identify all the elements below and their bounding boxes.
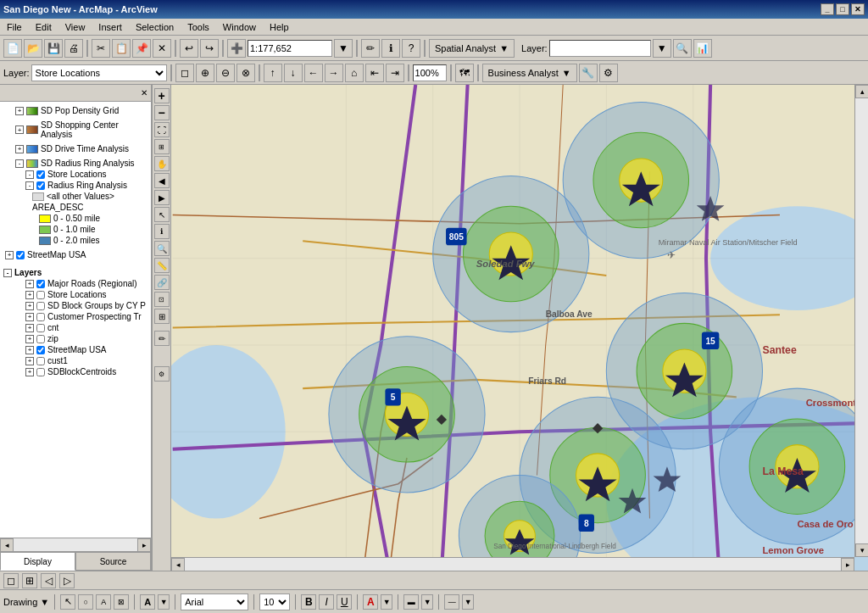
expand-sdblock[interactable]: + — [25, 368, 34, 376]
menu-tools[interactable]: Tools — [184, 20, 213, 34]
expand-radius-ring-child[interactable]: - — [25, 181, 34, 190]
spatial-analyst-dropdown[interactable]: Spatial Analyst ▼ — [429, 39, 515, 58]
select-btn4[interactable]: ⊗ — [236, 64, 255, 82]
select-btn3[interactable]: ⊖ — [216, 64, 235, 82]
scroll-up-btn[interactable]: ▴ — [855, 85, 868, 98]
zoom-out-btn[interactable]: − — [154, 105, 170, 120]
checkbox-sdblock[interactable] — [36, 368, 45, 376]
map-status-btn1[interactable]: ◻ — [3, 573, 19, 588]
checkbox-layers-store[interactable] — [36, 291, 45, 299]
draw-cursor[interactable]: ↖ — [60, 594, 75, 610]
checkbox-streetmap[interactable] — [16, 251, 25, 259]
line-color-btn[interactable]: — — [444, 594, 459, 610]
draw-btn2[interactable]: A — [96, 594, 111, 610]
expand-streetmap[interactable]: + — [5, 251, 14, 259]
expand-streetmap-layers[interactable]: + — [25, 346, 34, 354]
menu-edit[interactable]: Edit — [32, 20, 55, 34]
checkbox-major-roads[interactable] — [36, 280, 45, 288]
select-features-btn[interactable]: ↖ — [154, 207, 170, 222]
expand-zip[interactable]: + — [25, 335, 34, 343]
back-btn[interactable]: ◀ — [154, 173, 170, 188]
nav-btn7[interactable]: ⇥ — [386, 64, 404, 82]
draw-btn3[interactable]: ⊠ — [114, 594, 129, 610]
checkbox-block-groups[interactable] — [36, 302, 45, 310]
toc-scroll-right[interactable]: ▸ — [137, 538, 151, 552]
hyperlink-btn[interactable]: 🔗 — [154, 275, 170, 290]
font-name-select[interactable]: Arial — [181, 593, 248, 610]
zoom-input[interactable] — [413, 64, 447, 81]
text-color-arrow2[interactable]: ▼ — [381, 594, 392, 610]
checkbox-radius-ring-child[interactable] — [36, 181, 45, 190]
identify-btn[interactable]: ℹ — [154, 224, 170, 239]
paste-button[interactable]: 📌 — [132, 39, 151, 58]
overview-btn[interactable]: 🗺 — [455, 64, 474, 82]
expand-layers-store[interactable]: + — [25, 291, 34, 299]
menu-help[interactable]: Help — [266, 20, 292, 34]
map-status-btn4[interactable]: ▷ — [59, 573, 75, 588]
zoom-in-btn[interactable]: + — [154, 88, 170, 103]
italic-button[interactable]: I — [319, 594, 334, 610]
close-button[interactable]: ✕ — [851, 3, 865, 15]
nav-btn6[interactable]: ⇤ — [365, 64, 384, 82]
font-selector[interactable]: A — [140, 594, 155, 610]
minimize-button[interactable]: _ — [821, 3, 834, 15]
map-viewport[interactable]: 805 5 8 15 Soledad Fwy Balboa Ave Friars… — [171, 85, 868, 571]
tab-source[interactable]: Source — [75, 552, 151, 571]
help-tool[interactable]: ? — [402, 39, 420, 58]
expand-cust1[interactable]: + — [25, 357, 34, 365]
data-frame-btn[interactable]: ⊡ — [154, 292, 170, 307]
business-analyst-dropdown[interactable]: Business Analyst ▼ — [482, 64, 577, 82]
underline-button[interactable]: U — [337, 594, 352, 610]
expand-store-locations[interactable]: - — [25, 170, 34, 179]
scroll-h-track[interactable] — [185, 558, 841, 571]
layer2-select[interactable]: Store Locations — [31, 64, 167, 81]
menu-insert[interactable]: Insert — [95, 20, 125, 34]
pan-btn[interactable]: ✋ — [154, 156, 170, 171]
zoom-full-btn[interactable]: ⛶ — [154, 122, 170, 137]
add-data-button[interactable]: ➕ — [227, 39, 246, 58]
edit-tool[interactable]: ✏ — [361, 39, 380, 58]
bold-button[interactable]: B — [301, 594, 316, 610]
expand-block-groups[interactable]: + — [25, 302, 34, 310]
undo-button[interactable]: ↩ — [180, 39, 198, 58]
nav-btn1[interactable]: ↑ — [264, 64, 282, 82]
new-button[interactable]: 📄 — [3, 39, 22, 58]
identify-tool[interactable]: ℹ — [381, 39, 400, 58]
window-controls[interactable]: _ □ ✕ — [821, 3, 865, 15]
font-size-select[interactable]: 10 — [259, 593, 290, 610]
checkbox-cust1[interactable] — [36, 357, 45, 365]
expand-layers[interactable]: - — [3, 269, 12, 277]
menu-file[interactable]: File — [3, 20, 25, 34]
scale-input[interactable]: 1:177,652 — [248, 40, 332, 57]
checkbox-store-locations[interactable] — [36, 170, 45, 179]
layer-input[interactable] — [549, 40, 651, 57]
menu-window[interactable]: Window — [220, 20, 259, 34]
expand-customer-prospecting[interactable]: + — [25, 313, 34, 321]
text-color-btn[interactable]: A — [363, 594, 378, 610]
checkbox-streetmap-layers[interactable] — [36, 346, 45, 354]
menu-view[interactable]: View — [62, 20, 89, 34]
map-status-btn2[interactable]: ⊞ — [22, 573, 37, 588]
checkbox-cnt[interactable] — [36, 324, 45, 332]
fill-color-btn[interactable]: ▬ — [403, 594, 419, 610]
ba-tool1[interactable]: 🔧 — [579, 64, 598, 82]
draw-btn1[interactable]: ○ — [78, 594, 93, 610]
ba-tool2[interactable]: ⚙ — [599, 64, 618, 82]
layer-tool1[interactable]: 🔍 — [673, 39, 692, 58]
cut-button[interactable]: ✂ — [92, 39, 110, 58]
toc-scroll-left[interactable]: ◂ — [0, 538, 14, 552]
checkbox-customer-prospecting[interactable] — [36, 313, 45, 321]
scroll-left-btn[interactable]: ◂ — [171, 558, 185, 571]
nav-btn3[interactable]: ← — [304, 64, 323, 82]
expand-radius-ring[interactable]: - — [15, 159, 24, 168]
checkbox-zip[interactable] — [36, 335, 45, 343]
line-color-arrow[interactable]: ▼ — [462, 594, 474, 610]
zoom-selected-btn[interactable]: ⊞ — [154, 139, 170, 154]
redo-button[interactable]: ↪ — [200, 39, 219, 58]
sketch-btn[interactable]: ✏ — [154, 331, 170, 346]
expand-drive-time[interactable]: + — [15, 145, 24, 153]
scroll-v-track[interactable] — [855, 98, 868, 543]
layer-dropdown-btn[interactable]: ▼ — [653, 39, 671, 58]
find-btn[interactable]: 🔍 — [154, 241, 170, 256]
nav-btn5[interactable]: ⌂ — [345, 64, 364, 82]
